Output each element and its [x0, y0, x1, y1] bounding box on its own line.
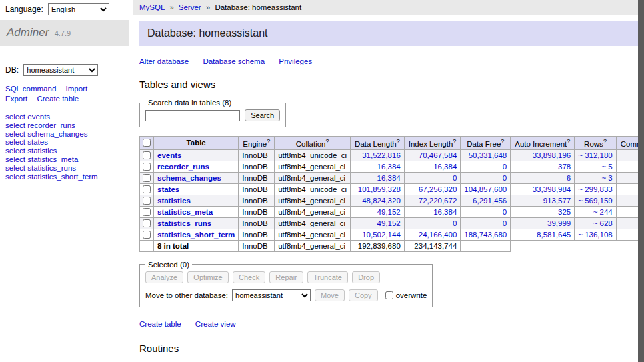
sidebar-table-link-events[interactable]: select events	[5, 113, 50, 121]
link-create-view[interactable]: Create view	[195, 320, 236, 328]
row-checkbox[interactable]	[143, 185, 151, 193]
cell-auto-increment-link[interactable]: 33,398,984	[533, 185, 571, 193]
db-select[interactable]: homeassistant	[23, 64, 98, 76]
optimize-button[interactable]: Optimize	[187, 271, 228, 283]
cell-rows-link[interactable]: ~ 3	[601, 174, 612, 182]
cell-index-length-link[interactable]: 0	[453, 174, 457, 182]
search-legend: Search data in tables (8)	[145, 99, 234, 107]
table-name-link[interactable]: events	[157, 151, 181, 159]
table-name-link[interactable]: schema_changes	[157, 174, 221, 182]
move-button[interactable]: Move	[315, 289, 345, 301]
row-checkbox[interactable]	[143, 231, 151, 239]
cell-index-length-link[interactable]: 72,220,672	[419, 197, 457, 205]
row-checkbox[interactable]	[143, 197, 151, 205]
table-name-link[interactable]: states	[157, 185, 179, 193]
cell-auto-increment-link[interactable]: 39,999	[547, 219, 571, 227]
cell-auto-increment-link[interactable]: 8,581,645	[537, 231, 571, 239]
cell-auto-increment-link[interactable]: 913,577	[543, 197, 571, 205]
cell-index-length-link[interactable]: 70,467,584	[419, 151, 457, 159]
repair-button[interactable]: Repair	[269, 271, 303, 283]
link-database-schema[interactable]: Database schema	[203, 57, 265, 65]
table-name-link[interactable]: statistics_short_term	[157, 231, 235, 239]
cell-data-free-link[interactable]: 6,291,456	[473, 197, 507, 205]
cell-auto-increment-link[interactable]: 33,898,196	[533, 151, 571, 159]
cell-rows-link[interactable]: ~ 312,180	[578, 151, 612, 159]
cell-data-free-link[interactable]: 104,857,600	[464, 185, 507, 193]
cell-auto-increment-link[interactable]: 378	[558, 163, 571, 171]
cell-data-free-link[interactable]: 188,743,680	[464, 231, 507, 239]
cell-data-length-link[interactable]: 48,824,320	[362, 197, 401, 205]
col-header-data-free: Data Free?	[461, 137, 511, 150]
sidebar-link-sql-command[interactable]: SQL command	[5, 85, 56, 93]
cell-data-free-link[interactable]: 0	[503, 174, 507, 182]
cell-data-free-link[interactable]: 50,331,648	[469, 151, 507, 159]
table-name-link[interactable]: statistics_runs	[157, 219, 211, 227]
cell-data-length-link[interactable]: 10,502,144	[362, 231, 401, 239]
cell-index-length-link[interactable]: 16,384	[433, 208, 457, 216]
analyze-button[interactable]: Analyze	[145, 271, 183, 283]
breadcrumb-separator: »	[206, 3, 210, 11]
sidebar-link-import[interactable]: Import	[65, 85, 87, 93]
cell-rows-link[interactable]: ~ 299,833	[578, 185, 612, 193]
content-area: Database: homeassistant Alter database D…	[133, 15, 644, 362]
sidebar-table-link-states[interactable]: select states	[5, 138, 48, 146]
row-checkbox[interactable]	[143, 174, 151, 182]
cell-auto-increment-link[interactable]: 325	[558, 208, 571, 216]
cell-index-length-link[interactable]: 16,384	[433, 163, 457, 171]
cell-data-length-link[interactable]: 49,152	[377, 219, 401, 227]
overwrite-checkbox[interactable]	[385, 291, 393, 299]
row-checkbox[interactable]	[143, 151, 151, 159]
cell-collation: utf8mb4_general_ci	[275, 206, 351, 217]
link-create-table[interactable]: Create table	[139, 320, 181, 328]
cell-rows-link[interactable]: ~ 628	[593, 219, 613, 227]
table-name-link[interactable]: statistics_meta	[157, 208, 213, 216]
cell-collation: utf8mb4_general_ci	[275, 229, 351, 240]
selected-buttons-row: Analyze Optimize Check Repair Truncate D…	[145, 271, 427, 283]
cell-data-free-link[interactable]: 0	[503, 219, 507, 227]
copy-button[interactable]: Copy	[349, 289, 378, 301]
sidebar-table-link-schema-changes[interactable]: select schema_changes	[5, 130, 87, 138]
cell-rows-link[interactable]: ~ 136,108	[578, 231, 612, 239]
cell-data-length-link[interactable]: 31,522,816	[362, 151, 401, 159]
scrollbar-thumb[interactable]	[638, 0, 644, 362]
table-name-link[interactable]: recorder_runs	[157, 163, 209, 171]
sidebar-table-link-recorder-runs[interactable]: select recorder_runs	[5, 121, 75, 129]
cell-index-length-link[interactable]: 67,256,320	[419, 185, 457, 193]
select-all-checkbox[interactable]	[143, 139, 151, 147]
table-name-link[interactable]: statistics	[157, 197, 191, 205]
cell-rows-link[interactable]: ~ 5	[601, 163, 612, 171]
row-checkbox[interactable]	[143, 219, 151, 227]
cell-rows-link[interactable]: ~ 569,159	[578, 197, 612, 205]
vertical-scrollbar[interactable]	[638, 0, 644, 362]
cell-data-length-link[interactable]: 49,152	[377, 208, 401, 216]
sidebar-link-export[interactable]: Export	[5, 95, 27, 103]
truncate-button[interactable]: Truncate	[307, 271, 348, 283]
row-checkbox[interactable]	[143, 208, 151, 216]
cell-data-length-link[interactable]: 101,859,328	[358, 185, 401, 193]
link-alter-database[interactable]: Alter database	[139, 57, 189, 65]
row-checkbox[interactable]	[143, 163, 151, 171]
breadcrumb-link-mysql[interactable]: MySQL	[139, 3, 165, 11]
check-button[interactable]: Check	[233, 271, 265, 283]
sidebar-table-link-statistics-short-term[interactable]: select statistics_short_term	[5, 173, 98, 181]
cell-data-length-link[interactable]: 16,384	[377, 174, 401, 182]
search-input[interactable]	[145, 110, 240, 121]
cell-index-length-link[interactable]: 0	[453, 219, 457, 227]
search-button[interactable]: Search	[245, 109, 280, 121]
cell-rows-link[interactable]: ~ 244	[593, 208, 613, 216]
sidebar-link-create-table[interactable]: Create table	[37, 95, 79, 103]
drop-button[interactable]: Drop	[352, 271, 380, 283]
cell-data-free-link[interactable]: 0	[503, 208, 507, 216]
language-select[interactable]: English	[48, 3, 109, 15]
link-privileges[interactable]: Privileges	[279, 57, 312, 65]
cell-auto-increment-link[interactable]: 6	[567, 174, 571, 182]
breadcrumb-link-server[interactable]: Server	[179, 3, 201, 11]
move-db-select[interactable]: homeassistant	[232, 289, 311, 301]
cell-data-length-link[interactable]: 16,384	[377, 163, 401, 171]
sidebar-table-link-statistics-runs[interactable]: select statistics_runs	[5, 164, 76, 172]
cell-engine: InnoDB	[239, 217, 275, 229]
cell-data-free-link[interactable]: 0	[503, 163, 507, 171]
cell-index-length-link[interactable]: 24,166,400	[419, 231, 457, 239]
sidebar-table-link-statistics-meta[interactable]: select statistics_meta	[5, 155, 78, 163]
sidebar-table-link-statistics[interactable]: select statistics	[5, 147, 57, 155]
